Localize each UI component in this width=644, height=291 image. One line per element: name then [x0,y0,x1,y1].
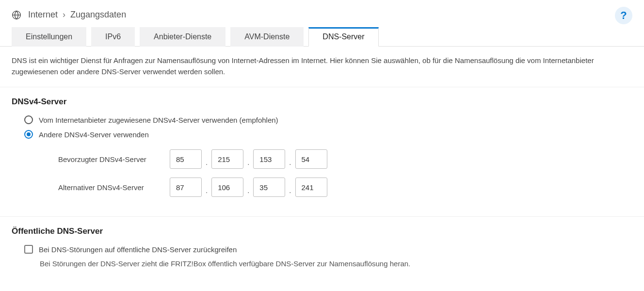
preferred-dnsv4-octet-1[interactable] [170,149,202,169]
radio-label: Andere DNSv4-Server verwenden [39,130,149,139]
radio-other-dnsv4[interactable]: Andere DNSv4-Server verwenden [24,130,632,139]
breadcrumb-item-internet[interactable]: Internet [28,10,58,20]
globe-icon [12,10,21,20]
ip-config-group: Bevorzugter DNSv4-Server . . . Alternati… [39,149,632,197]
alternative-dnsv4-octet-3[interactable] [253,178,285,197]
help-button[interactable]: ? [615,7,632,24]
radio-icon-checked [24,130,33,139]
radio-provider-dnsv4[interactable]: Vom Internetanbieter zugewiesene DNSv4-S… [24,115,632,124]
alternative-dnsv4-octet-1[interactable] [170,178,202,197]
alternative-dnsv4-label: Alternativer DNSv4-Server [39,183,170,192]
dot-separator: . [247,186,249,194]
breadcrumb-item-zugangsdaten[interactable]: Zugangsdaten [70,10,126,20]
chevron-right-icon: › [63,10,65,20]
tab-einstellungen[interactable]: Einstellungen [12,27,86,47]
section-public-dns: Öffentliche DNS-Server Bei DNS-Störungen… [0,217,644,278]
alternative-dnsv4-octet-4[interactable] [295,178,327,197]
alternative-dnsv4-octet-2[interactable] [211,178,243,197]
public-dns-note: Bei Störungen der DNS-Server zieht die F… [40,259,632,268]
dnsv4-heading: DNSv4-Server [12,97,632,107]
page-header: Internet › Zugangsdaten ? [0,0,644,27]
alternative-dnsv4-row: Alternativer DNSv4-Server . . . [39,178,632,197]
public-dns-heading: Öffentliche DNS-Server [12,226,632,236]
dot-separator: . [206,158,208,166]
tabbar: Einstellungen IPv6 Anbieter-Dienste AVM-… [0,27,644,47]
dot-separator: . [289,186,291,194]
dot-separator: . [247,158,249,166]
checkbox-label: Bei DNS-Störungen auf öffentliche DNS-Se… [39,245,237,254]
tab-anbieter-dienste[interactable]: Anbieter-Dienste [140,27,225,47]
preferred-dnsv4-octet-4[interactable] [295,149,327,169]
preferred-dnsv4-label: Bevorzugter DNSv4-Server [39,155,170,163]
preferred-dnsv4-octet-2[interactable] [211,149,243,169]
tab-dns-server[interactable]: DNS-Server [308,27,378,47]
preferred-dnsv4-row: Bevorzugter DNSv4-Server . . . [39,149,632,169]
preferred-dnsv4-octet-3[interactable] [253,149,285,169]
section-dnsv4: DNSv4-Server Vom Internetanbieter zugewi… [0,87,644,217]
intro-text: DNS ist ein wichtiger Dienst für Anfrage… [0,47,644,87]
public-dns-fallback-checkbox[interactable]: Bei DNS-Störungen auf öffentliche DNS-Se… [24,245,632,254]
tab-avm-dienste[interactable]: AVM-Dienste [230,27,304,47]
dot-separator: . [289,158,291,166]
dot-separator: . [206,186,208,194]
radio-label: Vom Internetanbieter zugewiesene DNSv4-S… [39,116,278,124]
breadcrumb: Internet › Zugangsdaten [28,10,126,20]
tab-ipv6[interactable]: IPv6 [91,27,135,47]
radio-icon [24,115,33,124]
checkbox-icon [24,245,33,254]
